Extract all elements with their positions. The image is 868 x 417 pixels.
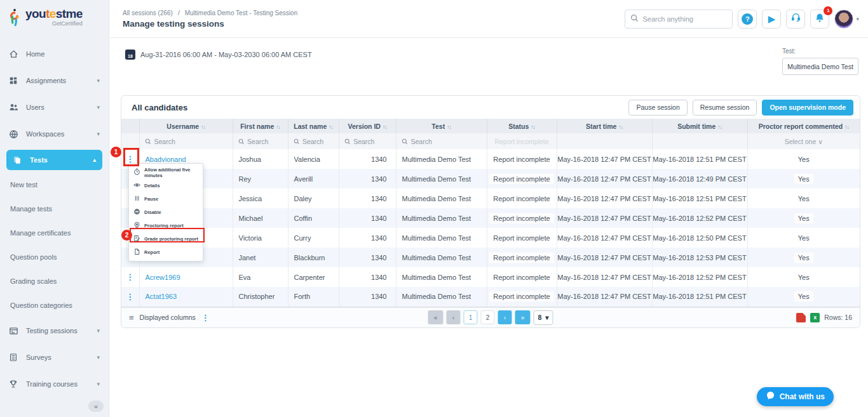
version-id-filter[interactable] [339, 138, 396, 145]
global-search[interactable] [625, 10, 733, 29]
actions-column-header [121, 119, 139, 133]
column-header-status[interactable]: Status↑↓ [487, 119, 557, 133]
context-menu-item[interactable]: Report [129, 246, 203, 259]
proctor-commented-filter[interactable]: Select one ∨ [747, 133, 860, 149]
status-cell: Report incomplete [487, 228, 557, 248]
row-actions-button[interactable]: ⋮ [126, 272, 134, 282]
columns-icon: ≡ [129, 313, 134, 322]
row-actions-button[interactable]: ⋮ [126, 292, 134, 301]
global-search-input[interactable] [642, 15, 719, 23]
sidebar-item-manage-certificates[interactable]: Manage certificates [0, 221, 109, 245]
version-id-cell: 1340 [339, 267, 396, 287]
sidebar-item-home[interactable]: Home [0, 41, 109, 67]
last-name-cell: Valencia [288, 149, 339, 169]
context-menu-item[interactable]: Pause [129, 192, 203, 206]
sidebar-item-new-test[interactable]: New test [0, 173, 109, 197]
sidebar-item-surveys[interactable]: Surveys ▾ [0, 344, 109, 371]
page-1-button[interactable]: 1 [463, 310, 477, 324]
grade-icon [133, 235, 140, 243]
video-tutorials-button[interactable]: ▶ [762, 10, 781, 29]
start-time-cell: May-16-2018 12:47 PM CEST [557, 169, 652, 189]
open-supervision-mode-button[interactable]: Open supervision mode [762, 100, 853, 116]
sidebar-item-question-pools[interactable]: Question pools [0, 245, 109, 269]
last-name-cell: Forth [288, 287, 339, 307]
chat-with-us-button[interactable]: Chat with us [757, 387, 834, 406]
first-page-button[interactable]: « [428, 310, 443, 324]
context-menu-item[interactable]: Proctoring report [129, 219, 203, 232]
context-menu-item[interactable]: Disable [129, 206, 203, 219]
prev-page-button[interactable]: ‹ [446, 310, 460, 324]
first-name-cell: Christopher [233, 287, 288, 307]
notifications-button[interactable]: 1 [810, 10, 829, 29]
column-header-submit-time[interactable]: Submit time↑↓ [652, 119, 747, 133]
status-cell: Report incomplete [487, 248, 557, 267]
column-header-first-name[interactable]: First name↑↓ [233, 119, 288, 133]
sidebar-item-grading-scales[interactable]: Grading scales [0, 269, 109, 293]
context-menu-item[interactable]: Grade proctoring report [129, 232, 203, 246]
context-menu-item[interactable]: Allow additional five minutes [129, 166, 203, 179]
test-filter[interactable] [397, 138, 487, 145]
resume-session-button[interactable]: Resume session [693, 100, 757, 116]
export-excel-icon[interactable]: x [810, 313, 820, 322]
displayed-columns-label[interactable]: Displayed columns [140, 314, 196, 321]
sidebar-item-users[interactable]: Users ▾ [0, 94, 109, 121]
page-size-select[interactable]: 8▾ [533, 310, 553, 325]
last-name-filter[interactable] [288, 138, 339, 145]
help-button[interactable]: ? [738, 10, 757, 29]
sidebar-collapse-button[interactable]: « [88, 400, 104, 412]
sidebar-item-question-categories[interactable]: Question categories [0, 293, 109, 317]
topbar: All sessions (266) / Multimedia Demo Tes… [110, 0, 868, 38]
username-link[interactable]: Acrew1969 [146, 274, 180, 281]
chevron-down-icon: ▾ [97, 328, 100, 334]
username-filter-input[interactable] [154, 138, 229, 145]
column-header-start-time[interactable]: Start time↑↓ [557, 119, 652, 133]
column-header-test[interactable]: Test↑↓ [396, 119, 487, 133]
context-menu-item[interactable]: Details [129, 179, 203, 192]
sidebar-item-manage-tests[interactable]: Manage tests [0, 197, 109, 221]
username-filter[interactable] [140, 138, 233, 145]
test-filter-select[interactable]: Multimedia Demo Test [782, 58, 858, 75]
columns-menu-button[interactable]: ⋮ [201, 313, 210, 322]
last-name-filter-input[interactable] [302, 138, 339, 145]
sidebar-item-workspaces[interactable]: Workspaces ▾ [0, 121, 109, 147]
username-link[interactable]: Actat1963 [146, 293, 177, 300]
version-id-filter-input[interactable] [353, 138, 395, 145]
proctor-commented-cell: Yes [747, 267, 860, 287]
sidebar-item-training-courses[interactable]: Training courses ▾ [0, 371, 109, 397]
chevron-down-icon: ▾ [97, 131, 100, 137]
submit-time-cell: May-16-2018 12:53 PM CEST [652, 248, 747, 267]
session-date-range[interactable]: 18 Aug-31-2016 06:00 AM - May-03-2030 06… [125, 50, 312, 60]
page-2-button[interactable]: 2 [480, 310, 494, 324]
username-link[interactable]: Abadvionand [146, 156, 186, 163]
row-actions-button[interactable]: ⋮ [126, 154, 134, 164]
status-filter[interactable]: Report incomplete [487, 133, 557, 149]
first-name-filter-input[interactable] [247, 138, 287, 145]
chevron-up-icon: ▴ [93, 157, 96, 163]
row-context-menu: Allow additional five minutes Details Pa… [128, 163, 203, 261]
headset-icon [790, 12, 801, 25]
pause-session-button[interactable]: Pause session [628, 100, 687, 116]
sort-icon: ↑↓ [383, 124, 387, 130]
test-filter-input[interactable] [411, 138, 484, 145]
export-pdf-icon[interactable] [796, 313, 806, 322]
breadcrumb-all-sessions[interactable]: All sessions (266) [123, 10, 173, 17]
column-header-username[interactable]: Username↑↓ [139, 119, 233, 133]
sort-icon: ↑↓ [329, 124, 333, 130]
sort-icon: ↑↓ [618, 124, 623, 130]
sidebar-item-tests[interactable]: Tests ▴ [6, 150, 102, 170]
column-header-proctor-report-commented[interactable]: Proctor report commented↑↓ [747, 119, 860, 133]
user-menu[interactable]: ▾ [834, 10, 859, 29]
test-cell: Multimedia Demo Test [396, 169, 487, 189]
support-button[interactable] [786, 10, 805, 29]
sidebar-item-assignments[interactable]: Assignments ▾ [0, 67, 109, 94]
column-header-last-name[interactable]: Last name↑↓ [288, 119, 339, 133]
breadcrumb: All sessions (266) / Multimedia Demo Tes… [123, 10, 297, 17]
column-header-version-id[interactable]: Version ID↑↓ [339, 119, 396, 133]
submit-time-cell: May-16-2018 12:52 PM CEST [652, 208, 747, 228]
sidebar-item-testing-sessions[interactable]: Testing sessions ▾ [0, 317, 109, 344]
table-row: ⋮ Rey Averill 1340 Multimedia Demo Test … [121, 169, 860, 189]
version-id-cell: 1340 [339, 149, 396, 169]
next-page-button[interactable]: › [498, 310, 512, 324]
first-name-filter[interactable] [233, 138, 288, 145]
last-page-button[interactable]: » [515, 310, 530, 324]
